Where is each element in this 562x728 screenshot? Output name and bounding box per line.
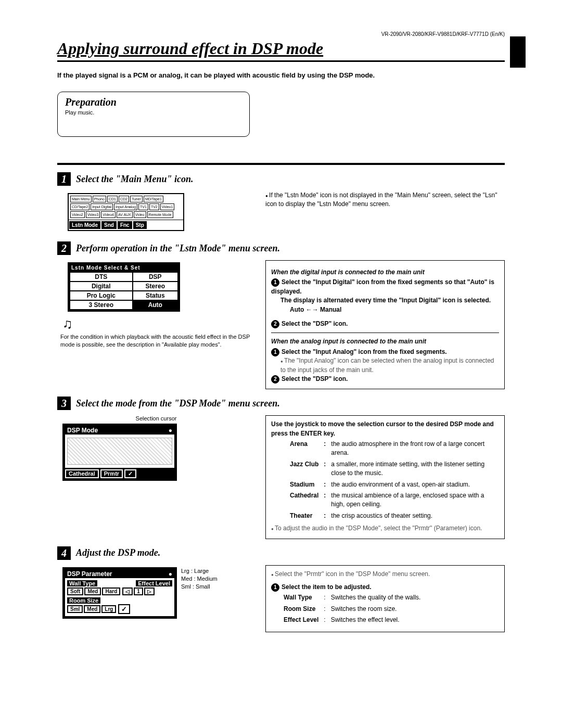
lstn-mode-lcd: Lstn Mode Select & Set DTSDSP DigitalSte… xyxy=(68,262,180,312)
step2-caption: For the condition in which playback with… xyxy=(60,333,255,349)
mode-desc: the audio environment of a vast, open-ai… xyxy=(329,480,498,490)
lcd-icon: Input Analog xyxy=(114,203,137,210)
step3-footnote: To adjust the audio in the "DSP Mode", s… xyxy=(271,524,499,533)
number-1-icon: 1 xyxy=(271,583,279,592)
room-opt: Med xyxy=(84,605,100,613)
lcd-footer-item: Lstn Mode xyxy=(69,221,100,229)
lcd-icon: Video4 xyxy=(101,211,116,218)
lcd-cell: DTS xyxy=(70,272,133,282)
dsp-graphic xyxy=(67,438,172,465)
intro-text: If the played signal is a PCM or analog,… xyxy=(57,71,505,79)
number-2-icon: 2 xyxy=(271,320,279,328)
preparation-box: Preparation Play music. xyxy=(57,92,250,137)
step4-r2: Select the item to be adjusted. xyxy=(282,583,372,591)
wall-type-label: Wall Type xyxy=(67,580,97,586)
step3-number: 3 xyxy=(57,397,71,410)
divider xyxy=(57,163,505,165)
step4-r1: Select the "Prmtr" icon in the "DSP Mode… xyxy=(271,570,499,579)
check-icon: ✓ xyxy=(118,604,130,614)
digital-s2: Select the "DSP" icon. xyxy=(282,320,348,327)
step3-title: Select the mode from the "DSP Mode" menu… xyxy=(76,398,280,409)
step3-right-box: Use the joystick to move the selection c… xyxy=(265,415,505,539)
mode-desc: the crisp acoustics of theater setting. xyxy=(329,511,498,521)
effect-ctrl: ◁ xyxy=(122,587,133,595)
circle-icon: ● xyxy=(169,570,172,578)
lcd-icon: MD/Tape1 xyxy=(144,196,163,202)
circle-icon: ● xyxy=(169,427,172,434)
digital-s1c: Auto ←→ Manual xyxy=(290,306,341,313)
lcd-cell: Digital xyxy=(70,282,133,291)
lcd-icon: Main Menu xyxy=(70,196,92,202)
lcd-footer-item: Fnc xyxy=(118,221,132,229)
room-opt: Sml xyxy=(67,605,83,613)
lcd-icon: TV1 xyxy=(138,203,148,210)
adj-name: Room Size xyxy=(282,604,321,614)
lcd-icon: Video2 xyxy=(70,211,85,218)
lcd-icon: TV2 xyxy=(149,203,159,210)
adj-desc: Switches the room size. xyxy=(329,604,423,614)
analog-s1: Select the "Input Analog" icon from the … xyxy=(282,348,447,355)
adj-name: Effect Level xyxy=(282,615,321,625)
lcd-cell: DSP xyxy=(133,272,178,282)
mode-desc: the musical ambience of a large, enclose… xyxy=(329,491,498,510)
step2-number: 2 xyxy=(57,241,71,255)
preparation-heading: Preparation xyxy=(65,96,242,108)
room-opt: Lrg xyxy=(101,605,116,613)
lcd-cell: Stereo xyxy=(133,282,178,291)
adj-name: Wall Type xyxy=(282,593,321,603)
lcd-icon: Phono xyxy=(93,196,106,202)
digital-s1b: The display is alternated every time the… xyxy=(280,297,491,304)
mode-name: Cathedral xyxy=(288,491,321,510)
wall-opt: Hard xyxy=(102,587,120,595)
effect-ctrl: 1 xyxy=(134,587,143,595)
size-key: Lrg : Large Med : Medium Sml : Small xyxy=(181,567,218,591)
step2-right-box: When the digital input is connected to t… xyxy=(265,260,505,389)
lcd-icon: Remote Mode xyxy=(147,211,173,218)
dsp-mode-lcd: DSP Mode● Cathedral Prmtr ✓ xyxy=(62,424,177,481)
mode-name: Arena xyxy=(288,439,321,458)
effect-level-label: Effect Level xyxy=(136,580,172,586)
mode-name: Theater xyxy=(288,511,321,521)
page-title: Applying surround effect in DSP mode xyxy=(57,39,323,60)
digital-s1a: Select the "Input Digital" icon from the… xyxy=(271,278,494,295)
lstn-lcd-header: Lstn Mode Select & Set xyxy=(69,264,178,272)
number-1-icon: 1 xyxy=(271,348,279,356)
dsp-footer-item: ✓ xyxy=(124,469,136,478)
digital-heading: When the digital input is connected to t… xyxy=(271,268,499,277)
mode-desc: a smaller, more intimate setting, with t… xyxy=(329,459,498,479)
dsp-parameter-lcd: DSP Parameter● Wall Type Effect Level So… xyxy=(62,567,177,619)
lcd-icon: CD2 xyxy=(119,196,129,202)
step1-note: If the "Lstn Mode" icon is not displayed… xyxy=(265,191,505,209)
dsp-param-title: DSP Parameter xyxy=(67,570,112,578)
lcd-cell: Pro Logic xyxy=(70,291,133,300)
lcd-icon: Video xyxy=(134,211,146,218)
mode-desc: the audio atmosphere in the front row of… xyxy=(329,439,498,458)
step2-title: Perform operation in the "Lstn Mode" men… xyxy=(76,243,280,254)
lcd-icon: CD1 xyxy=(107,196,118,202)
number-2-icon: 2 xyxy=(271,375,279,384)
page-edge-tab xyxy=(510,36,526,68)
lcd-icon: Tuner xyxy=(130,196,143,202)
step1-title: Select the "Main Menu" icon. xyxy=(76,174,194,185)
lcd-icon: AV AUX xyxy=(117,211,133,218)
wall-opt: Med xyxy=(84,587,101,595)
lcd-cell: Auto xyxy=(133,300,178,310)
adj-desc: Switches the effect level. xyxy=(329,615,423,625)
analog-s2: Select the "DSP" icon. xyxy=(282,375,348,382)
lcd-icon: Video3 xyxy=(86,211,100,218)
model-line: VR-2090/VR-2080/KRF-V9881D/KRF-V7771D (E… xyxy=(57,31,505,37)
lcd-footer-item: Snd xyxy=(101,221,117,229)
music-note-icon: ♫ xyxy=(62,316,255,332)
lcd-cell: Status xyxy=(133,291,178,300)
adj-desc: Switches the quality of the walls. xyxy=(329,593,423,603)
step3-intro: Use the joystick to move the selection c… xyxy=(271,420,494,437)
dsp-footer-item: Prmtr xyxy=(100,469,123,478)
dsp-footer-item: Cathedral xyxy=(65,469,99,478)
wall-opt: Soft xyxy=(67,587,83,595)
key-line: Sml : Small xyxy=(181,583,218,591)
analog-heading: When the analog input is connected to th… xyxy=(271,337,499,346)
step4-title: Adjust the DSP mode. xyxy=(76,547,160,558)
room-size-label: Room Size xyxy=(67,597,100,604)
effect-ctrl: ▷ xyxy=(144,587,155,595)
analog-s1note: The "Input Analog" icon can be selected … xyxy=(280,356,499,375)
